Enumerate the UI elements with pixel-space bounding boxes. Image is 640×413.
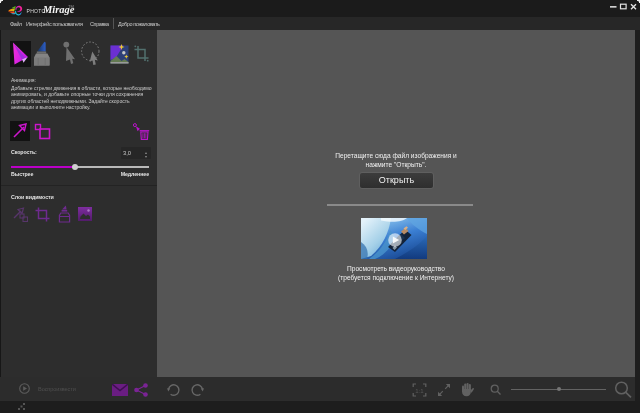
svg-text:1:1: 1:1 (415, 387, 424, 393)
